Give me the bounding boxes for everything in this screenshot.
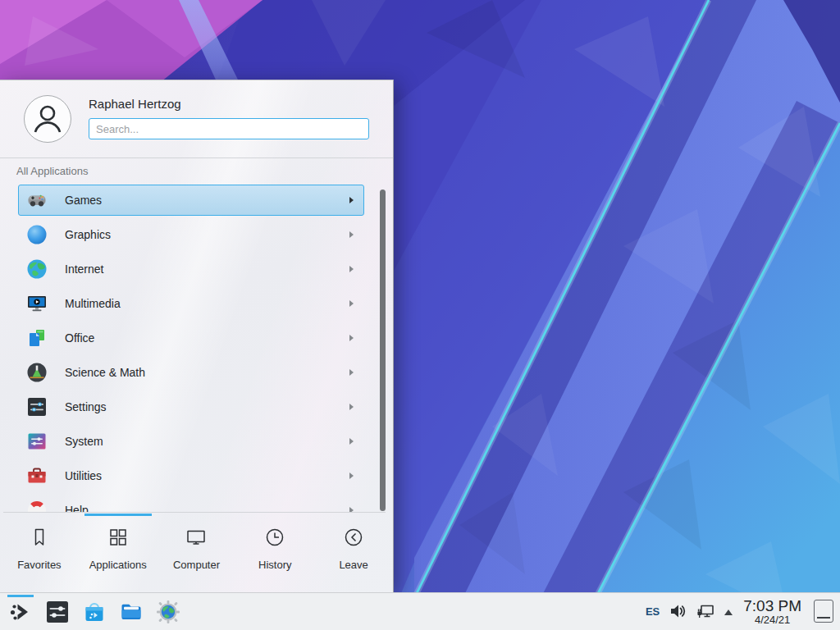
tab-favorites[interactable]: Favorites: [0, 513, 79, 592]
system-icon: [26, 431, 48, 452]
utilities-icon: [26, 465, 48, 486]
section-label: All Applications: [16, 165, 88, 177]
category-label: Graphics: [65, 228, 111, 241]
category-item-multimedia[interactable]: Multimedia: [18, 288, 364, 319]
category-label: Settings: [65, 400, 107, 413]
launcher-area: [0, 599, 181, 625]
submenu-arrow-icon: [349, 472, 354, 479]
clock-time: 7:03 PM: [743, 598, 801, 614]
settings-icon: [26, 396, 48, 418]
graphics-icon: [26, 224, 48, 245]
help-icon: [26, 500, 48, 512]
category-label: Games: [65, 194, 102, 207]
system-settings-button[interactable]: [44, 599, 71, 625]
show-desktop-button[interactable]: [814, 600, 833, 623]
computer-icon: [185, 526, 208, 549]
discover-button[interactable]: [81, 599, 107, 625]
category-label: Internet: [65, 262, 103, 276]
category-item-help[interactable]: Help: [18, 495, 364, 512]
category-item-science-math[interactable]: Science & Math: [18, 357, 364, 388]
tab-bar: FavoritesApplicationsComputerHistoryLeav…: [0, 513, 393, 592]
kickoff-icon: [7, 599, 34, 625]
category-label: Help: [65, 504, 89, 512]
category-item-internet[interactable]: Internet: [18, 253, 364, 285]
category-item-graphics[interactable]: Graphics: [18, 219, 364, 250]
user-avatar-icon: [23, 94, 72, 144]
search-input[interactable]: [89, 118, 369, 139]
tab-leave[interactable]: Leave: [314, 513, 393, 592]
favorites-icon: [28, 526, 51, 549]
applications-icon: [107, 526, 130, 549]
clock-date: 4/24/21: [743, 614, 801, 626]
category-list: GamesGraphicsInternetMultimediaOfficeSci…: [18, 185, 364, 512]
submenu-arrow-icon: [349, 335, 354, 341]
tab-label: Applications: [89, 559, 147, 571]
category-label: Multimedia: [65, 297, 121, 310]
submenu-arrow-icon: [349, 369, 354, 376]
leave-icon: [342, 526, 365, 549]
internet-icon: [26, 258, 48, 280]
tab-history[interactable]: History: [235, 513, 314, 592]
category-item-system[interactable]: System: [18, 426, 364, 457]
category-label: Utilities: [65, 469, 102, 482]
category-label: Science & Math: [65, 366, 145, 379]
category-item-office[interactable]: Office: [18, 322, 364, 354]
kickoff-launcher-button[interactable]: [7, 599, 34, 625]
submenu-arrow-icon: [349, 300, 354, 307]
application-launcher-menu: Raphael Hertzog All Applications GamesGr…: [0, 80, 394, 592]
discover-icon: [81, 599, 107, 625]
system-settings-icon: [44, 599, 71, 625]
submenu-arrow-icon: [349, 438, 354, 445]
taskbar-panel: ES 7:03 PM 4/24/21: [0, 592, 840, 630]
games-icon: [26, 189, 48, 211]
submenu-arrow-icon: [349, 231, 354, 238]
tab-label: History: [258, 559, 291, 571]
science-icon: [26, 362, 48, 383]
tab-label: Computer: [173, 559, 220, 571]
file-manager-button[interactable]: [118, 599, 144, 625]
tab-label: Leave: [339, 559, 368, 571]
submenu-arrow-icon: [349, 197, 354, 203]
desktop: Raphael Hertzog All Applications GamesGr…: [0, 0, 840, 630]
network-icon[interactable]: [696, 601, 715, 621]
volume-icon[interactable]: [669, 602, 687, 620]
multimedia-icon: [26, 293, 48, 314]
scrollbar-handle[interactable]: [380, 189, 386, 511]
office-icon: [26, 327, 48, 349]
header-divider: [0, 158, 393, 158]
user-name: Raphael Hertzog: [89, 97, 181, 111]
category-item-settings[interactable]: Settings: [18, 391, 364, 422]
category-item-utilities[interactable]: Utilities: [18, 460, 364, 491]
digital-clock[interactable]: 7:03 PM 4/24/21: [743, 598, 801, 625]
keyboard-layout-indicator[interactable]: ES: [646, 605, 660, 618]
system-tray: ES 7:03 PM 4/24/21: [646, 598, 840, 625]
submenu-arrow-icon: [349, 404, 354, 410]
tab-label: Favorites: [17, 559, 61, 571]
category-item-games[interactable]: Games: [18, 185, 364, 216]
submenu-arrow-icon: [349, 266, 354, 272]
tab-applications[interactable]: Applications: [79, 513, 158, 592]
dolphin-icon: [118, 599, 144, 625]
history-icon: [263, 526, 286, 549]
web-browser-button[interactable]: [155, 599, 181, 625]
category-label: System: [65, 435, 103, 448]
tab-computer[interactable]: Computer: [158, 513, 236, 592]
category-label: Office: [65, 331, 94, 345]
browser-icon: [155, 599, 181, 625]
tray-expander-icon[interactable]: [724, 609, 733, 615]
